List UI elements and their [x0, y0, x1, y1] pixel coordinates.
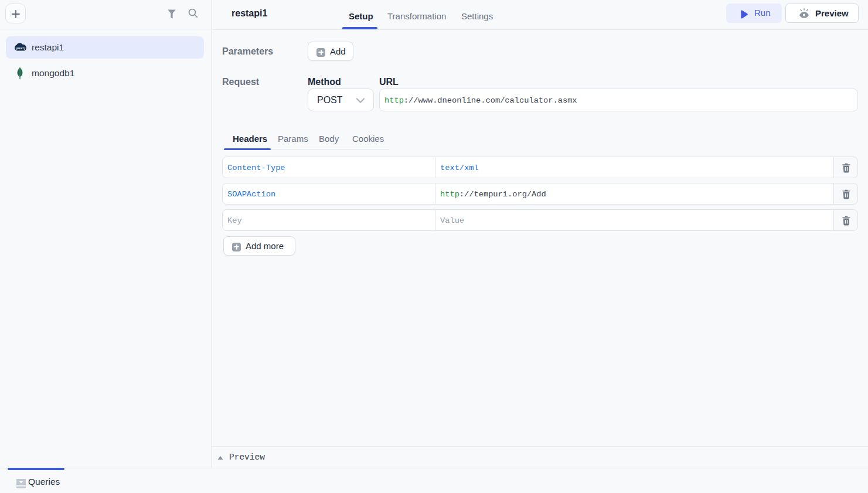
svg-text:{REST}: {REST}	[16, 47, 25, 50]
